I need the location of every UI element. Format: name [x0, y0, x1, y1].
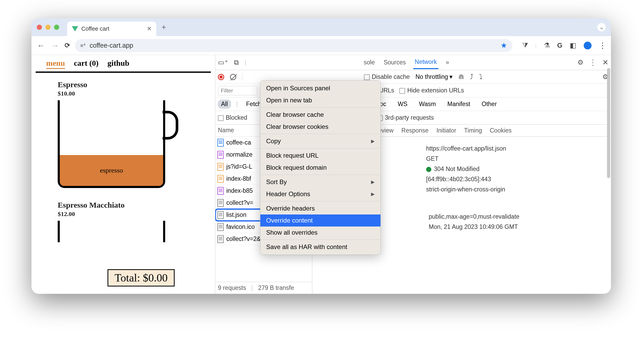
total-text: Total: $0.00: [115, 272, 168, 284]
product-price: $12.00: [58, 211, 189, 218]
product-mug[interactable]: espresso: [58, 100, 165, 188]
window-controls: [37, 25, 59, 30]
titlebar: Coffee cart ✕ + ⌄: [31, 18, 611, 36]
chevron-right-icon: ▶: [371, 191, 375, 197]
type-other[interactable]: Other: [479, 100, 500, 109]
cm-open-sources[interactable]: Open in Sources panel: [260, 82, 380, 94]
product-mug[interactable]: [58, 221, 165, 242]
bookmark-star-icon[interactable]: ★: [501, 41, 507, 50]
product-name: Espresso Macchiato: [58, 201, 189, 209]
file-css-icon: [217, 187, 224, 195]
new-tab-button[interactable]: +: [162, 23, 166, 32]
nav-github[interactable]: github: [108, 59, 129, 69]
clear-button[interactable]: [230, 74, 236, 80]
request-status: 304 Not Modified: [426, 166, 600, 173]
toolbar-icons: ⧩ | ⚗ G ◧ ⋮: [522, 41, 606, 50]
tab-sources[interactable]: Sources: [382, 56, 407, 69]
referrer-policy: strict-origin-when-cross-origin: [426, 186, 600, 193]
devtools-menu-icon[interactable]: ⋮: [589, 58, 597, 67]
disable-cache-checkbox[interactable]: Disable cache: [364, 73, 410, 80]
third-party-checkbox[interactable]: 3rd-party requests: [377, 114, 434, 121]
url-text: coffee-cart.app: [90, 42, 496, 49]
cm-override-headers[interactable]: Override headers: [260, 202, 380, 214]
close-tab-icon[interactable]: ✕: [147, 25, 152, 32]
site-settings-icon[interactable]: ≡⁴: [80, 42, 85, 49]
chevron-right-icon: ▶: [371, 138, 375, 144]
mug-fill: espresso: [60, 155, 163, 186]
devtools-close-icon[interactable]: ✕: [602, 58, 608, 67]
device-toggle-icon[interactable]: ⧉: [234, 58, 239, 67]
detail-tab-response[interactable]: Response: [401, 125, 429, 136]
maximize-window-icon[interactable]: [54, 25, 59, 30]
profile-avatar-icon[interactable]: [584, 42, 592, 49]
labs-icon[interactable]: ⚗: [544, 41, 550, 49]
browser-window: Coffee cart ✕ + ⌄ ← → ⟳ ≡⁴ coffee-cart.a…: [31, 18, 611, 294]
omnibox[interactable]: ≡⁴ coffee-cart.app ★: [75, 39, 512, 52]
detail-tab-timing[interactable]: Timing: [464, 125, 482, 136]
devtools-settings-icon[interactable]: ⚙: [577, 58, 583, 67]
inspect-element-icon[interactable]: ▭⁺: [218, 58, 228, 67]
chevron-right-icon: ▶: [371, 179, 375, 185]
filter-input[interactable]: [218, 86, 257, 95]
status-dot-icon: [426, 167, 431, 172]
cm-clear-cache[interactable]: Clear browser cache: [260, 109, 380, 121]
export-har-icon[interactable]: ⤵: [479, 73, 482, 81]
blocked-checkbox[interactable]: Blocked: [218, 114, 247, 121]
address-bar: ← → ⟳ ≡⁴ coffee-cart.app ★ ⧩ | ⚗ G ◧ ⋮: [31, 36, 611, 55]
network-conditions-icon[interactable]: ⋒: [458, 73, 464, 81]
request-summary: 9 requests | 279 B transfe: [215, 282, 312, 294]
type-manifest[interactable]: Manifest: [444, 100, 473, 109]
file-doc-icon: [217, 139, 224, 147]
devtools-tabs: ▭⁺ ⧉ | sole Sources Network » ⚙ ⋮ ✕: [215, 55, 611, 70]
cm-sort-by[interactable]: Sort By▶: [260, 176, 380, 188]
file-css-icon: [217, 151, 224, 159]
request-transfer: 279 B transfe: [258, 284, 294, 291]
cm-clear-cookies[interactable]: Clear browser cookies: [260, 121, 380, 133]
import-har-icon[interactable]: ⤴: [470, 73, 473, 81]
cm-block-domain[interactable]: Block request domain: [260, 162, 380, 174]
cm-copy[interactable]: Copy▶: [260, 135, 380, 147]
tab-network[interactable]: Network: [413, 56, 438, 69]
hide-extension-urls-checkbox[interactable]: Hide extension URLs: [399, 87, 464, 94]
type-all[interactable]: All: [218, 100, 231, 109]
panel-icon[interactable]: ◧: [570, 41, 576, 49]
browser-tab[interactable]: Coffee cart ✕: [67, 21, 156, 36]
throttling-select[interactable]: No throttling ▾: [415, 73, 453, 80]
forward-button[interactable]: →: [50, 41, 60, 50]
cm-save-har[interactable]: Save all as HAR with content: [260, 241, 380, 253]
cm-header-options[interactable]: Header Options▶: [260, 188, 380, 200]
type-wasm[interactable]: Wasm: [416, 100, 439, 109]
record-button[interactable]: [218, 74, 224, 80]
minimize-window-icon[interactable]: [45, 25, 51, 30]
nav-cart[interactable]: cart (0): [74, 59, 99, 69]
close-window-icon[interactable]: [37, 25, 42, 30]
file-js-icon: [217, 163, 224, 171]
scrollbar[interactable]: [607, 125, 610, 178]
tab-overflow-icon[interactable]: ⌄: [597, 23, 606, 31]
file-generic-icon: [217, 199, 224, 207]
vue-favicon-icon: [72, 26, 78, 31]
context-menu: Open in Sources panel Open in new tab Cl…: [260, 80, 381, 255]
back-button[interactable]: ←: [36, 41, 46, 50]
tab-console-partial[interactable]: sole: [362, 56, 376, 69]
cm-override-content[interactable]: Override content: [260, 214, 380, 227]
product-name: Espresso: [58, 80, 189, 89]
detail-tab-initiator[interactable]: Initiator: [436, 125, 457, 136]
header-value: Mon, 21 Aug 2023 10:49:06 GMT: [429, 223, 600, 230]
cm-show-overrides[interactable]: Show all overrides: [260, 227, 380, 239]
file-generic-icon: [217, 211, 224, 219]
nav-menu[interactable]: menu: [46, 59, 65, 69]
total-badge[interactable]: Total: $0.00: [108, 269, 175, 286]
tab-overflow[interactable]: »: [444, 56, 451, 69]
reload-button[interactable]: ⟳: [65, 41, 70, 49]
request-url: https://coffee-cart.app/list.json: [426, 145, 600, 152]
extensions-icon[interactable]: ⧩: [522, 41, 528, 49]
cm-open-new-tab[interactable]: Open in new tab: [260, 94, 380, 106]
detail-tab-cookies[interactable]: Cookies: [489, 125, 512, 136]
product-price: $10.00: [58, 90, 189, 97]
google-icon[interactable]: G: [557, 41, 562, 49]
cm-block-url[interactable]: Block request URL: [260, 150, 380, 162]
page-nav: menu cart (0) github: [36, 55, 211, 73]
type-ws[interactable]: WS: [395, 100, 411, 109]
browser-menu-icon[interactable]: ⋮: [599, 41, 606, 50]
